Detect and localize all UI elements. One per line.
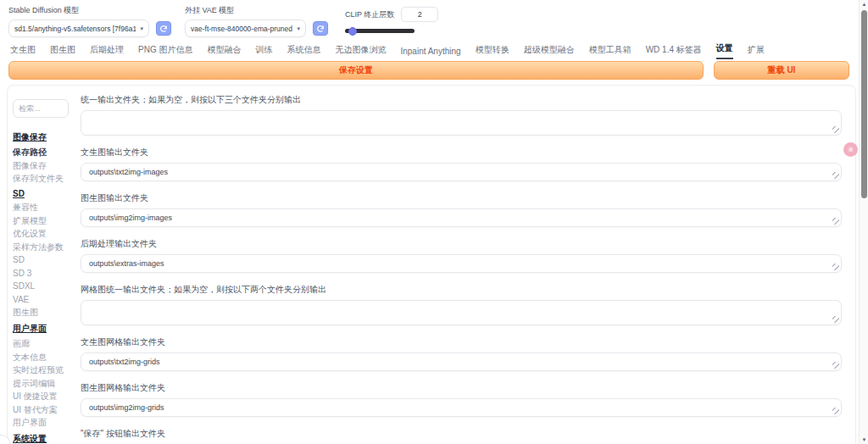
- refresh-icon: [316, 25, 325, 33]
- setting-input-box: [81, 254, 842, 273]
- resize-grip-icon[interactable]: [832, 408, 839, 414]
- sidebar-item[interactable]: VAE: [13, 295, 72, 304]
- refresh-icon: [159, 25, 168, 33]
- sd-model-value: sd1.5/anything-v5.safetensors [7f96a1a9c…: [14, 25, 136, 33]
- scrollbar-thumb[interactable]: [861, 10, 867, 198]
- tab-settings-active[interactable]: 设置: [716, 42, 733, 59]
- sidebar-section-header[interactable]: 图像保存: [13, 131, 72, 143]
- scroll-down-icon[interactable]: ▼: [860, 437, 868, 442]
- top-bar: Stable Diffusion 模型 sd1.5/anything-v5.sa…: [0, 0, 859, 41]
- sidebar-item[interactable]: 图生图: [13, 308, 72, 317]
- tab[interactable]: 扩展: [748, 44, 765, 59]
- sidebar-item[interactable]: SD: [13, 255, 72, 264]
- tab[interactable]: 超级模型融合: [524, 44, 575, 59]
- refresh-vae-button[interactable]: [313, 21, 328, 36]
- setting-input[interactable]: [81, 209, 841, 226]
- resize-grip-icon[interactable]: [832, 362, 839, 369]
- setting-field: 文生图输出文件夹: [81, 147, 842, 181]
- sidebar-section-header[interactable]: 用户界面: [13, 323, 72, 335]
- setting-input[interactable]: [81, 399, 841, 416]
- setting-field: "保存" 按钮输出文件夹: [81, 428, 842, 444]
- setting-input[interactable]: [81, 255, 841, 272]
- tab[interactable]: Inpaint Anything: [400, 47, 460, 59]
- setting-field: 后期处理输出文件夹: [81, 238, 842, 273]
- setting-field: 图生图网格输出文件夹: [81, 382, 842, 417]
- search-input[interactable]: [13, 99, 69, 118]
- sidebar-item[interactable]: 用户界面: [13, 418, 72, 427]
- sidebar-item-active[interactable]: 保存路径: [13, 147, 72, 157]
- setting-field: 文生图网格输出文件夹: [81, 336, 842, 371]
- sidebar-item[interactable]: 图像保存: [13, 161, 72, 170]
- setting-field-label: 图生图网格输出文件夹: [81, 382, 842, 394]
- save-settings-button[interactable]: 保存设置: [8, 61, 704, 80]
- setting-input[interactable]: [81, 301, 841, 325]
- chevron-down-icon: ▾: [297, 25, 300, 32]
- tab[interactable]: 训练: [255, 44, 272, 59]
- sidebar-nav: 图像保存保存路径图像保存保存到文件夹SD兼容性扩展模型优化设置采样方法参数SDS…: [13, 131, 72, 444]
- sidebar-item[interactable]: 采样方法参数: [13, 242, 72, 252]
- slider-handle[interactable]: [348, 27, 357, 36]
- vae-model-group: 外挂 VAE 模型 vae-ft-mse-840000-ema-pruned.s…: [185, 5, 328, 37]
- setting-input-box: [81, 352, 842, 371]
- clip-skip-slider[interactable]: [345, 29, 415, 33]
- tab-bar: 文生图图生图后期处理PNG 图片信息模型融合训练系统信息无边图像浏览Inpain…: [10, 42, 851, 59]
- sidebar-item[interactable]: 提示词编辑: [13, 379, 72, 388]
- tab[interactable]: 模型转换: [476, 44, 509, 59]
- clip-skip-number-input[interactable]: [401, 7, 438, 22]
- sd-model-group: Stable Diffusion 模型 sd1.5/anything-v5.sa…: [8, 5, 171, 37]
- setting-input[interactable]: [81, 111, 841, 135]
- vae-model-dropdown[interactable]: vae-ft-mse-840000-ema-pruned.safetensors…: [185, 19, 306, 37]
- resize-grip-icon[interactable]: [832, 264, 839, 270]
- setting-input-box: [81, 300, 842, 325]
- setting-field-label: "保存" 按钮输出文件夹: [81, 428, 842, 440]
- sidebar-item[interactable]: SDXL: [13, 281, 72, 291]
- sidebar-item[interactable]: 优化设置: [13, 229, 72, 238]
- sidebar-item[interactable]: 文本信息: [13, 352, 72, 362]
- sidebar-item[interactable]: 兼容性: [13, 203, 72, 212]
- setting-field-label: 后期处理输出文件夹: [81, 238, 842, 250]
- setting-field-label: 文生图网格输出文件夹: [81, 336, 842, 348]
- sidebar-item[interactable]: SD 3: [13, 269, 72, 278]
- tab[interactable]: 后期处理: [90, 44, 124, 59]
- clip-skip-group: CLIP 终止层数: [345, 7, 438, 33]
- setting-input[interactable]: [81, 164, 841, 180]
- sidebar-item[interactable]: UI 便捷设置: [13, 391, 72, 401]
- tab[interactable]: 图生图: [50, 44, 75, 59]
- app: { "topbar": { "sd_model": { "label": "St…: [0, 0, 868, 444]
- tab[interactable]: PNG 图片信息: [138, 44, 192, 59]
- sd-model-label: Stable Diffusion 模型: [8, 5, 171, 16]
- sidebar-item[interactable]: 保存到文件夹: [13, 174, 72, 183]
- flower-icon: ❀: [848, 147, 854, 153]
- sidebar-item[interactable]: 画廊: [13, 339, 72, 348]
- sidebar-item[interactable]: UI 替代方案: [13, 405, 72, 414]
- tab[interactable]: 模型融合: [207, 44, 241, 59]
- setting-field-label: 统一输出文件夹；如果为空，则按以下三个文件夹分别输出: [81, 94, 842, 106]
- sidebar-item[interactable]: 扩展模型: [13, 216, 72, 225]
- resize-grip-icon[interactable]: [832, 126, 839, 133]
- resize-grip-icon[interactable]: [832, 316, 839, 323]
- tab[interactable]: 无边图像浏览: [335, 44, 386, 59]
- refresh-sd-model-button[interactable]: [156, 21, 171, 36]
- page-scrollbar[interactable]: ▲ ▼: [859, 0, 868, 444]
- scroll-up-icon[interactable]: ▲: [860, 2, 868, 7]
- sd-model-dropdown[interactable]: sd1.5/anything-v5.safetensors [7f96a1a9c…: [8, 19, 149, 37]
- setting-input[interactable]: [81, 353, 841, 370]
- resize-grip-icon[interactable]: [832, 218, 839, 225]
- reload-ui-button[interactable]: 重载 UI: [714, 61, 849, 80]
- sidebar-item[interactable]: 实时过程预览: [13, 365, 72, 375]
- resize-grip-icon[interactable]: [832, 172, 839, 179]
- tab[interactable]: 系统信息: [287, 44, 320, 59]
- setting-field-label: 网格图统一输出文件夹；如果为空，则按以下两个文件夹分别输出: [81, 284, 842, 296]
- sidebar-section-header[interactable]: SD: [13, 189, 72, 198]
- vae-model-value: vae-ft-mse-840000-ema-pruned.safetensors: [191, 25, 292, 33]
- setting-field: 网格图统一输出文件夹；如果为空，则按以下两个文件夹分别输出: [81, 284, 842, 325]
- chevron-down-icon: ▾: [140, 25, 143, 32]
- vae-model-label: 外挂 VAE 模型: [185, 5, 328, 16]
- tab[interactable]: 文生图: [10, 44, 36, 59]
- floating-badge-icon[interactable]: ❀: [843, 142, 858, 157]
- setting-input-box: [81, 110, 842, 136]
- sidebar-section-header[interactable]: 系统设置: [13, 433, 72, 444]
- setting-field-label: 图生图输出文件夹: [81, 192, 842, 204]
- tab[interactable]: WD 1.4 标签器: [646, 44, 702, 59]
- tab[interactable]: 模型工具箱: [589, 44, 632, 59]
